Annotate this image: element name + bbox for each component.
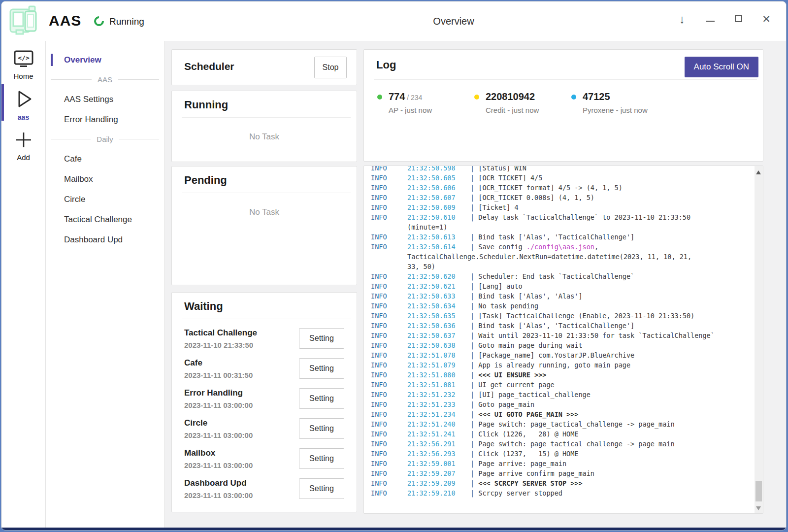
waiting-task-dashboard-upd: Dashboard Upd2023-11-11 03:00:00Setting	[172, 474, 357, 504]
log-line: INFO21:32:51.240| Page switch: page_tact…	[371, 419, 763, 429]
pending-title: Pending	[172, 166, 357, 193]
sidebar-item-tactical-challenge[interactable]: Tactical Challenge	[46, 209, 164, 230]
sidebar-item-dashboard-upd[interactable]: Dashboard Upd	[46, 230, 164, 250]
resource-stats: 774 / 234AP - just now220810942Credit - …	[377, 91, 668, 114]
sidebar-item-error-handling[interactable]: Error Handling	[46, 109, 164, 130]
sidebar-section-aas: AAS	[46, 70, 164, 89]
waiting-card: Waiting Tactical Challenge2023-11-10 21:…	[171, 292, 357, 512]
title-bar: AAS Running Overview ↓ ✕	[1, 1, 786, 41]
log-line: INFO21:32:59.210| Scrcpy server stopped	[371, 488, 763, 498]
log-line: INFO21:32:56.293| Click (1237, 15) @ HOM…	[371, 449, 763, 459]
stat-value: 774 / 234	[389, 91, 474, 102]
waiting-task-tactical-challenge: Tactical Challenge2023-11-10 21:33:50Set…	[172, 324, 357, 354]
scheduler-status: Running	[109, 16, 144, 27]
log-line: INFO21:32:51.079| App is already running…	[371, 360, 763, 370]
sidebar-section-daily: Daily	[46, 130, 164, 149]
rail-item-aas[interactable]: aas	[1, 80, 45, 121]
log-line: INFO21:32:50.634| No task pending	[371, 301, 763, 311]
stat-value: 47125	[583, 91, 668, 102]
log-line: INFO21:32:50.638| Goto main page during …	[371, 340, 763, 350]
log-line: INFO21:32:59.207| Page arrive confirm pa…	[371, 468, 763, 478]
log-line: INFO21:32:50.606| [OCR_TICKET format] 4/…	[371, 183, 763, 193]
waiting-task-error-handling: Error Handling2023-11-11 03:00:00Setting	[172, 384, 357, 414]
log-card: Log Auto Scroll ON 774 / 234AP - just no…	[363, 49, 763, 162]
download-icon[interactable]: ↓	[677, 12, 687, 26]
stat-extra: / 234	[405, 94, 422, 101]
scroll-up-icon[interactable]	[756, 170, 761, 174]
plus-icon	[14, 130, 33, 150]
auto-scroll-button[interactable]: Auto Scroll ON	[685, 57, 758, 77]
waiting-task-list: Tactical Challenge2023-11-10 21:33:50Set…	[172, 319, 357, 504]
scheduler-card: Scheduler Stop	[171, 49, 357, 85]
log-line: INFO21:32:50.633| Bind task ['Alas', 'Al…	[371, 291, 763, 301]
setting-button-mailbox[interactable]: Setting	[299, 448, 344, 469]
log-line: INFO21:32:51.234| <<< UI GOTO PAGE_MAIN …	[371, 409, 763, 419]
setting-button-dashboard-upd[interactable]: Setting	[299, 478, 344, 499]
running-empty-text: No Task	[172, 132, 357, 142]
scheduler-title: Scheduler	[184, 61, 234, 72]
log-line: INFO21:32:50.609| [Ticket] 4	[371, 202, 763, 212]
waiting-title: Waiting	[172, 293, 357, 319]
setting-button-circle[interactable]: Setting	[299, 418, 344, 439]
divider	[374, 79, 757, 80]
maximize-button[interactable]	[733, 15, 743, 24]
log-line-continuation: (minute=1)	[371, 222, 763, 232]
log-line: INFO21:32:50.614| Save config ./config\a…	[371, 242, 763, 252]
waiting-task-cafe: Cafe2023-11-11 00:31:50Setting	[172, 354, 357, 384]
stat-label: Pyroxene - just now	[583, 106, 668, 114]
svg-text:</>: </>	[18, 54, 30, 62]
page-title: Overview	[433, 16, 474, 27]
app-window: AAS Running Overview ↓ ✕ </> Home aas	[1, 1, 787, 531]
sidebar-menu: OverviewAASAAS SettingsError HandlingDai…	[46, 41, 164, 528]
rail-item-home[interactable]: </> Home	[1, 41, 45, 80]
log-line: INFO21:32:50.637| Wait until 2023-11-10 …	[371, 331, 763, 340]
rail-item-add[interactable]: Add	[1, 121, 45, 162]
stat-label: AP - just now	[389, 106, 474, 114]
minimize-button[interactable]	[705, 15, 715, 24]
sidebar-item-circle[interactable]: Circle	[46, 189, 164, 209]
left-rail: </> Home aas Add	[1, 41, 46, 528]
stat-value: 220810942	[486, 91, 571, 102]
stop-button[interactable]: Stop	[314, 57, 347, 78]
sidebar-item-overview[interactable]: Overview	[46, 50, 164, 70]
log-scrollbar[interactable]	[755, 166, 763, 513]
log-line: INFO21:32:56.291| Page switch: page_tact…	[371, 439, 763, 449]
divider	[182, 193, 351, 193]
log-line: INFO21:32:59.209| <<< SCRCPY SERVER STOP…	[371, 478, 763, 488]
log-line: INFO21:32:59.001| Page arrive: page_main	[371, 459, 763, 468]
running-title: Running	[172, 91, 357, 117]
log-line: INFO21:32:50.605| [OCR_TICKET] 4/5	[371, 173, 763, 183]
log-line-continuation: 33, 50)	[371, 262, 763, 271]
log-line-continuation: TacticalChallenge.Scheduler.NextRun=date…	[371, 252, 763, 262]
scrollbar-thumb[interactable]	[755, 481, 762, 501]
stat-ap: 774 / 234AP - just now	[377, 91, 474, 114]
stat-label: Credit - just now	[486, 106, 571, 114]
sidebar-item-aas-settings[interactable]: AAS Settings	[46, 89, 164, 109]
play-icon	[13, 88, 34, 110]
log-line: INFO21:32:50.620| Scheduler: End task `T…	[371, 271, 763, 281]
log-panel: INFO21:32:50.598| [Status] WININFO21:32:…	[363, 166, 763, 514]
app-logo-icon	[6, 5, 39, 36]
sidebar-item-cafe[interactable]: Cafe	[46, 149, 164, 169]
setting-button-cafe[interactable]: Setting	[299, 358, 344, 379]
stat-credit: 220810942Credit - just now	[474, 91, 571, 114]
log-line: INFO21:32:50.636| Bind task ['Alas', 'Ta…	[371, 321, 763, 331]
minimize-icon	[706, 21, 715, 22]
scroll-down-icon[interactable]	[756, 506, 761, 510]
running-spinner-icon	[92, 14, 106, 28]
pending-card: Pending No Task	[171, 166, 357, 285]
stat-dot-icon	[377, 95, 382, 100]
stat-pyroxene: 47125Pyroxene - just now	[571, 91, 668, 114]
log-line: INFO21:32:51.241| Click (1226, 28) @ HOM…	[371, 429, 763, 439]
waiting-task-mailbox: Mailbox2023-11-11 03:00:00Setting	[172, 444, 357, 474]
log-line: INFO21:32:50.607| [OCR_TICKET 0.008s] (4…	[371, 193, 763, 202]
setting-button-error-handling[interactable]: Setting	[299, 388, 344, 409]
log-title: Log	[376, 59, 396, 71]
maximize-icon	[735, 15, 742, 22]
close-button[interactable]: ✕	[761, 13, 771, 25]
stat-dot-icon	[474, 95, 479, 100]
setting-button-tactical-challenge[interactable]: Setting	[299, 328, 344, 349]
rail-label-home: Home	[1, 72, 45, 80]
sidebar-item-mailbox[interactable]: Mailbox	[46, 169, 164, 189]
window-bottom-edge	[1, 528, 786, 530]
